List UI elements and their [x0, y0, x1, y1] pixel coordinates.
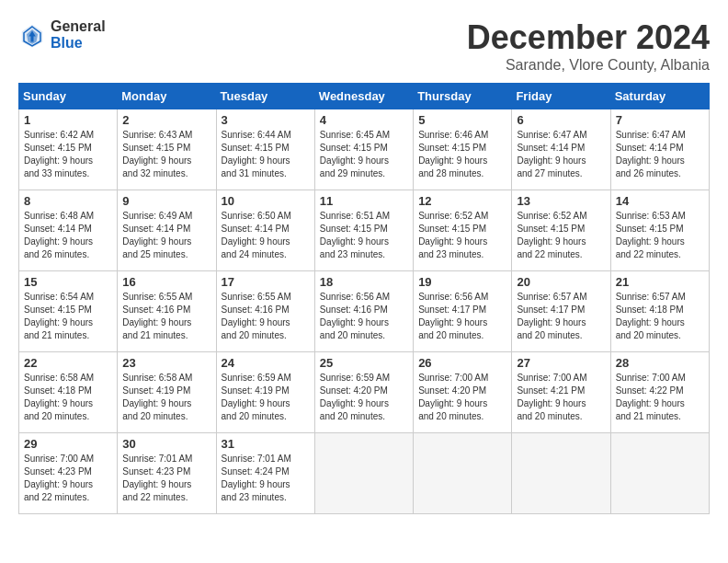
- logo-icon: [18, 21, 46, 49]
- day-number: 26: [418, 356, 506, 370]
- day-number: 2: [122, 113, 210, 127]
- day-number: 29: [24, 437, 112, 451]
- logo-text: General Blue: [51, 18, 106, 52]
- day-info: Sunrise: 6:44 AMSunset: 4:15 PMDaylight:…: [222, 129, 310, 180]
- day-info: Sunrise: 6:45 AMSunset: 4:15 PMDaylight:…: [320, 129, 408, 180]
- week-row-2: 8Sunrise: 6:48 AMSunset: 4:14 PMDaylight…: [19, 190, 710, 271]
- day-number: 30: [122, 437, 210, 451]
- calendar-cell: 13Sunrise: 6:52 AMSunset: 4:15 PMDayligh…: [512, 190, 610, 271]
- day-number: 8: [24, 194, 112, 208]
- day-info: Sunrise: 6:52 AMSunset: 4:15 PMDaylight:…: [517, 210, 605, 261]
- day-info: Sunrise: 6:56 AMSunset: 4:16 PMDaylight:…: [320, 291, 408, 342]
- calendar-cell: 7Sunrise: 6:47 AMSunset: 4:14 PMDaylight…: [610, 109, 709, 190]
- day-number: 22: [24, 356, 112, 370]
- day-info: Sunrise: 7:00 AMSunset: 4:21 PMDaylight:…: [517, 372, 605, 423]
- day-number: 25: [320, 356, 408, 370]
- day-info: Sunrise: 6:54 AMSunset: 4:15 PMDaylight:…: [24, 291, 112, 342]
- day-number: 24: [222, 356, 310, 370]
- week-row-3: 15Sunrise: 6:54 AMSunset: 4:15 PMDayligh…: [19, 271, 710, 352]
- day-info: Sunrise: 7:01 AMSunset: 4:23 PMDaylight:…: [122, 453, 210, 504]
- day-number: 16: [122, 275, 210, 289]
- month-title: December 2024: [467, 18, 710, 57]
- day-info: Sunrise: 6:53 AMSunset: 4:15 PMDaylight:…: [616, 210, 704, 261]
- day-info: Sunrise: 6:58 AMSunset: 4:18 PMDaylight:…: [24, 372, 112, 423]
- calendar-cell: [414, 433, 512, 514]
- day-info: Sunrise: 6:43 AMSunset: 4:15 PMDaylight:…: [122, 129, 210, 180]
- calendar-cell: 18Sunrise: 6:56 AMSunset: 4:16 PMDayligh…: [314, 271, 413, 352]
- calendar-cell: [314, 433, 413, 514]
- calendar-cell: 19Sunrise: 6:56 AMSunset: 4:17 PMDayligh…: [414, 271, 512, 352]
- calendar-cell: 4Sunrise: 6:45 AMSunset: 4:15 PMDaylight…: [314, 109, 413, 190]
- day-number: 18: [320, 275, 408, 289]
- day-info: Sunrise: 6:51 AMSunset: 4:15 PMDaylight:…: [320, 210, 408, 261]
- day-number: 20: [517, 275, 605, 289]
- weekday-header-wednesday: Wednesday: [314, 84, 413, 109]
- calendar-cell: [512, 433, 610, 514]
- weekday-header-saturday: Saturday: [610, 84, 709, 109]
- calendar-cell: 10Sunrise: 6:50 AMSunset: 4:14 PMDayligh…: [216, 190, 314, 271]
- calendar-cell: 28Sunrise: 7:00 AMSunset: 4:22 PMDayligh…: [610, 352, 709, 433]
- weekday-header-friday: Friday: [512, 84, 610, 109]
- day-info: Sunrise: 6:52 AMSunset: 4:15 PMDaylight:…: [418, 210, 506, 261]
- title-block: December 2024 Sarande, Vlore County, Alb…: [467, 18, 710, 74]
- weekday-header-thursday: Thursday: [414, 84, 512, 109]
- day-number: 14: [616, 194, 704, 208]
- calendar-cell: 30Sunrise: 7:01 AMSunset: 4:23 PMDayligh…: [118, 433, 216, 514]
- day-info: Sunrise: 6:46 AMSunset: 4:15 PMDaylight:…: [418, 129, 506, 180]
- day-number: 23: [122, 356, 210, 370]
- day-info: Sunrise: 7:00 AMSunset: 4:23 PMDaylight:…: [24, 453, 112, 504]
- calendar-cell: 20Sunrise: 6:57 AMSunset: 4:17 PMDayligh…: [512, 271, 610, 352]
- week-row-1: 1Sunrise: 6:42 AMSunset: 4:15 PMDaylight…: [19, 109, 710, 190]
- day-info: Sunrise: 6:57 AMSunset: 4:17 PMDaylight:…: [517, 291, 605, 342]
- day-info: Sunrise: 6:59 AMSunset: 4:19 PMDaylight:…: [222, 372, 310, 423]
- day-info: Sunrise: 6:55 AMSunset: 4:16 PMDaylight:…: [122, 291, 210, 342]
- logo: General Blue: [18, 18, 106, 52]
- weekday-header-row: SundayMondayTuesdayWednesdayThursdayFrid…: [19, 84, 710, 109]
- day-info: Sunrise: 6:56 AMSunset: 4:17 PMDaylight:…: [418, 291, 506, 342]
- calendar-cell: 12Sunrise: 6:52 AMSunset: 4:15 PMDayligh…: [414, 190, 512, 271]
- day-info: Sunrise: 6:47 AMSunset: 4:14 PMDaylight:…: [616, 129, 704, 180]
- weekday-header-monday: Monday: [118, 84, 216, 109]
- day-number: 3: [222, 113, 310, 127]
- day-info: Sunrise: 6:59 AMSunset: 4:20 PMDaylight:…: [320, 372, 408, 423]
- day-number: 10: [222, 194, 310, 208]
- calendar-cell: 26Sunrise: 7:00 AMSunset: 4:20 PMDayligh…: [414, 352, 512, 433]
- day-number: 11: [320, 194, 408, 208]
- day-number: 7: [616, 113, 704, 127]
- subtitle: Sarande, Vlore County, Albania: [467, 57, 710, 74]
- calendar-cell: 16Sunrise: 6:55 AMSunset: 4:16 PMDayligh…: [118, 271, 216, 352]
- day-number: 4: [320, 113, 408, 127]
- calendar-cell: 21Sunrise: 6:57 AMSunset: 4:18 PMDayligh…: [610, 271, 709, 352]
- calendar-cell: 8Sunrise: 6:48 AMSunset: 4:14 PMDaylight…: [19, 190, 118, 271]
- day-number: 17: [222, 275, 310, 289]
- weekday-header-tuesday: Tuesday: [216, 84, 314, 109]
- calendar-table: SundayMondayTuesdayWednesdayThursdayFrid…: [18, 83, 710, 514]
- calendar-cell: 31Sunrise: 7:01 AMSunset: 4:24 PMDayligh…: [216, 433, 314, 514]
- calendar-cell: 3Sunrise: 6:44 AMSunset: 4:15 PMDaylight…: [216, 109, 314, 190]
- day-info: Sunrise: 6:49 AMSunset: 4:14 PMDaylight:…: [122, 210, 210, 261]
- day-info: Sunrise: 6:42 AMSunset: 4:15 PMDaylight:…: [24, 129, 112, 180]
- day-number: 19: [418, 275, 506, 289]
- page-header: General Blue December 2024 Sarande, Vlor…: [18, 18, 710, 74]
- day-info: Sunrise: 6:57 AMSunset: 4:18 PMDaylight:…: [616, 291, 704, 342]
- calendar-cell: [610, 433, 709, 514]
- day-info: Sunrise: 6:55 AMSunset: 4:16 PMDaylight:…: [222, 291, 310, 342]
- day-number: 13: [517, 194, 605, 208]
- day-number: 31: [222, 437, 310, 451]
- day-number: 6: [517, 113, 605, 127]
- calendar-cell: 5Sunrise: 6:46 AMSunset: 4:15 PMDaylight…: [414, 109, 512, 190]
- day-info: Sunrise: 6:48 AMSunset: 4:14 PMDaylight:…: [24, 210, 112, 261]
- calendar-cell: 9Sunrise: 6:49 AMSunset: 4:14 PMDaylight…: [118, 190, 216, 271]
- day-number: 12: [418, 194, 506, 208]
- week-row-4: 22Sunrise: 6:58 AMSunset: 4:18 PMDayligh…: [19, 352, 710, 433]
- calendar-cell: 22Sunrise: 6:58 AMSunset: 4:18 PMDayligh…: [19, 352, 118, 433]
- day-number: 27: [517, 356, 605, 370]
- day-info: Sunrise: 6:50 AMSunset: 4:14 PMDaylight:…: [222, 210, 310, 261]
- week-row-5: 29Sunrise: 7:00 AMSunset: 4:23 PMDayligh…: [19, 433, 710, 514]
- day-number: 28: [616, 356, 704, 370]
- day-number: 15: [24, 275, 112, 289]
- day-info: Sunrise: 6:58 AMSunset: 4:19 PMDaylight:…: [122, 372, 210, 423]
- calendar-cell: 1Sunrise: 6:42 AMSunset: 4:15 PMDaylight…: [19, 109, 118, 190]
- calendar-cell: 6Sunrise: 6:47 AMSunset: 4:14 PMDaylight…: [512, 109, 610, 190]
- calendar-cell: 25Sunrise: 6:59 AMSunset: 4:20 PMDayligh…: [314, 352, 413, 433]
